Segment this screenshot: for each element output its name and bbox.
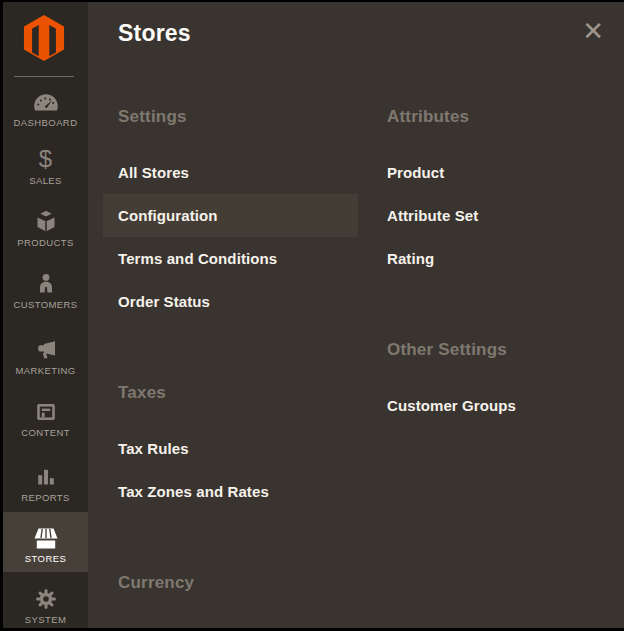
box-icon <box>3 208 88 234</box>
sidebar-item-label: STORES <box>3 553 88 564</box>
sidebar-item-marketing[interactable]: MARKETING <box>3 332 88 376</box>
magento-logo-icon[interactable] <box>23 14 65 62</box>
sidebar-item-label: REPORTS <box>3 492 88 503</box>
admin-sidebar: DASHBOARD$SALESPRODUCTSCUSTOMERSMARKETIN… <box>3 2 88 628</box>
section-title-other-settings: Other Settings <box>387 340 624 360</box>
menu-item-order-status[interactable]: Order Status <box>103 280 358 323</box>
sidebar-item-label: CUSTOMERS <box>3 299 88 310</box>
menu-section-attributes: AttributesProductAttribute SetRating <box>387 107 624 280</box>
menu-item-terms-and-conditions[interactable]: Terms and Conditions <box>103 237 358 280</box>
gauge-icon <box>3 88 88 114</box>
menu-item-customer-groups[interactable]: Customer Groups <box>372 384 624 427</box>
stores-flyout-menu: Stores ✕ SettingsAll StoresConfiguration… <box>88 2 624 628</box>
menu-item-all-stores[interactable]: All Stores <box>103 151 358 194</box>
megaphone-icon <box>3 336 88 362</box>
sidebar-item-label: CONTENT <box>3 427 88 438</box>
sidebar-divider <box>14 76 74 77</box>
sidebar-item-label: PRODUCTS <box>3 237 88 248</box>
sidebar-item-label: SYSTEM <box>3 614 88 625</box>
sidebar-item-reports[interactable]: REPORTS <box>3 459 88 503</box>
menu-item-rating[interactable]: Rating <box>372 237 624 280</box>
sidebar-item-label: DASHBOARD <box>3 117 88 128</box>
menu-section-other-settings: Other SettingsCustomer Groups <box>387 340 624 427</box>
section-title-attributes: Attributes <box>387 107 624 127</box>
dollar-icon: $ <box>3 146 88 172</box>
menu-section-taxes: TaxesTax RulesTax Zones and Rates <box>118 383 390 513</box>
sidebar-item-customers[interactable]: CUSTOMERS <box>3 266 88 310</box>
menu-section-settings: SettingsAll StoresConfigurationTerms and… <box>118 107 390 323</box>
section-title-settings: Settings <box>118 107 390 127</box>
sidebar-item-sales[interactable]: $SALES <box>3 142 88 186</box>
sidebar-item-label: MARKETING <box>3 365 88 376</box>
sidebar-item-products[interactable]: PRODUCTS <box>3 204 88 248</box>
storefront-icon <box>3 524 88 550</box>
sidebar-item-label: SALES <box>3 175 88 186</box>
menu-section-currency: CurrencyCurrency Rates <box>118 573 390 628</box>
person-icon <box>3 270 88 296</box>
sidebar-item-dashboard[interactable]: DASHBOARD <box>3 84 88 128</box>
sidebar-item-system[interactable]: SYSTEM <box>3 581 88 625</box>
bar-chart-icon <box>3 463 88 489</box>
layout-icon <box>3 398 88 424</box>
section-title-taxes: Taxes <box>118 383 390 403</box>
magento-admin-screen: DASHBOARD$SALESPRODUCTSCUSTOMERSMARKETIN… <box>3 2 624 628</box>
sidebar-item-stores[interactable]: STORES <box>3 512 88 572</box>
menu-item-configuration[interactable]: Configuration <box>103 194 358 237</box>
menu-item-tax-zones-and-rates[interactable]: Tax Zones and Rates <box>103 470 358 513</box>
flyout-column-right: AttributesProductAttribute SetRatingOthe… <box>387 2 624 427</box>
flyout-column-left: SettingsAll StoresConfigurationTerms and… <box>118 2 390 628</box>
menu-item-product[interactable]: Product <box>372 151 624 194</box>
section-title-currency: Currency <box>118 573 390 593</box>
menu-item-currency-rates[interactable]: Currency Rates <box>103 617 358 628</box>
menu-item-attribute-set[interactable]: Attribute Set <box>372 194 624 237</box>
menu-item-tax-rules[interactable]: Tax Rules <box>103 427 358 470</box>
sidebar-item-content[interactable]: CONTENT <box>3 394 88 438</box>
gear-icon <box>3 585 88 611</box>
